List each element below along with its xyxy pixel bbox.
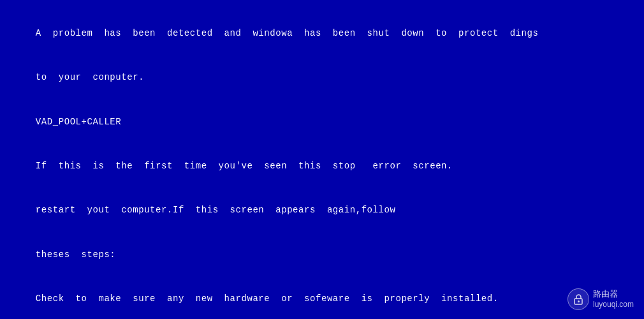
watermark: 路由器 luyouqi.com — [567, 288, 634, 310]
bsod-line3: VAD_POOL+CALLER — [36, 117, 121, 127]
watermark-label-group: 路由器 luyouqi.com — [593, 289, 634, 309]
bsod-line4: If this is the first time you've seen th… — [36, 161, 453, 171]
bsod-content: A problem has been detected and windowa … — [13, 11, 631, 319]
bsod-screen: A problem has been detected and windowa … — [0, 0, 644, 319]
bsod-line2: to your conputer. — [36, 72, 144, 82]
watermark-site: luyouqi.com — [593, 300, 634, 310]
bsod-line5: restart yout computer.If this screen app… — [36, 205, 396, 215]
watermark-label: 路由器 — [593, 289, 634, 300]
svg-point-1 — [578, 300, 580, 302]
bsod-line7: Check to make sure any new hardware or s… — [36, 293, 499, 304]
watermark-icon — [567, 288, 589, 310]
bsod-line6: theses steps: — [36, 249, 115, 260]
bsod-line1: A problem has been detected and windowa … — [36, 28, 539, 38]
